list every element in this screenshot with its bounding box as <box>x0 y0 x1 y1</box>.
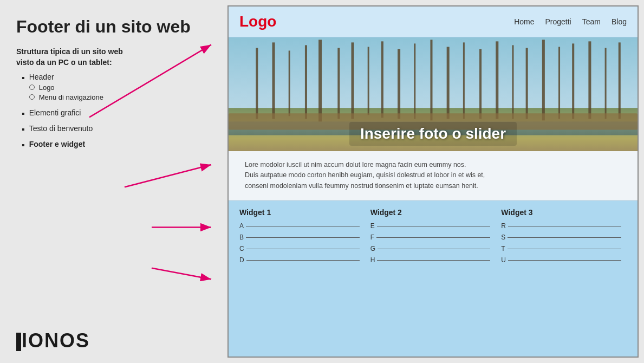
list-item-footer: ▪ Footer e widget <box>22 140 211 150</box>
list-item-grafici: ▪ Elementi grafici <box>22 108 211 119</box>
sub-item-label: Logo <box>39 83 55 92</box>
nav-progetti[interactable]: Progetti <box>545 17 571 26</box>
widget-1-item-b: B <box>239 234 360 241</box>
svg-rect-24 <box>512 45 513 119</box>
widget-2-item-g: G <box>370 245 491 252</box>
widget-1-title: Widget 1 <box>239 208 360 217</box>
right-panel: Logo Home Progetti Team Blog <box>227 5 639 358</box>
sub-list-header: Logo Menu di navigazione <box>29 83 103 101</box>
sub-item-logo: Logo <box>29 83 103 92</box>
svg-line-2 <box>125 165 211 187</box>
bullet-grafici: ▪ <box>22 108 25 119</box>
structure-list: ▪ Header Logo Menu di navigazione <box>22 73 211 151</box>
hero-text: Inserire foto o slider <box>349 122 517 146</box>
ionos-text: IONOS <box>22 329 90 352</box>
bullet-footer: ▪ <box>22 140 25 150</box>
svg-rect-27 <box>558 47 560 119</box>
svg-rect-12 <box>318 40 322 121</box>
svg-rect-18 <box>414 43 415 119</box>
svg-rect-15 <box>368 47 369 115</box>
site-hero: Inserire foto o slider <box>229 37 638 151</box>
widget-3-item-s: S <box>501 234 621 241</box>
circle-icon <box>29 85 35 90</box>
item-label-header: Header <box>29 73 54 81</box>
svg-rect-8 <box>256 48 258 119</box>
sub-item-label-2: Menu di navigazione <box>39 93 103 101</box>
svg-rect-25 <box>526 48 528 119</box>
svg-rect-11 <box>305 45 307 119</box>
sub-item-menu: Menu di navigazione <box>29 93 103 101</box>
svg-rect-31 <box>619 42 621 119</box>
site-footer: Widget 1 A B C D Widget 2 E <box>229 200 638 356</box>
site-logo: Logo <box>239 13 276 30</box>
svg-line-4 <box>152 268 211 280</box>
svg-rect-10 <box>289 50 290 116</box>
circle-icon-2 <box>29 94 35 100</box>
ionos-bar <box>16 333 21 351</box>
item-label-footer: Footer e widget <box>29 140 85 148</box>
svg-rect-16 <box>381 41 383 118</box>
svg-rect-14 <box>352 42 354 119</box>
bullet-testo: ▪ <box>22 124 25 134</box>
site-header: Logo Home Progetti Team Blog <box>229 7 638 37</box>
site-nav: Home Progetti Team Blog <box>514 17 627 26</box>
svg-rect-20 <box>447 47 450 119</box>
svg-rect-30 <box>605 48 607 119</box>
widget-col-3: Widget 3 R S T U <box>496 208 627 351</box>
svg-rect-13 <box>337 48 340 119</box>
svg-rect-19 <box>430 40 432 120</box>
list-item-testo: ▪ Testo di benvenuto <box>22 124 211 134</box>
widget-1-item-c: C <box>239 245 360 252</box>
widget-3-title: Widget 3 <box>501 208 621 217</box>
welcome-text: Lore modolor iuscil ut nim accum dolut l… <box>245 160 621 191</box>
svg-rect-23 <box>496 41 498 119</box>
page-title: Footer di un sito web <box>16 16 211 37</box>
site-welcome: Lore modolor iuscil ut nim accum dolut l… <box>229 151 638 200</box>
widget-1-item-d: D <box>239 256 360 264</box>
ionos-logo: IONOS <box>16 329 211 352</box>
svg-rect-17 <box>398 49 400 119</box>
svg-rect-21 <box>463 42 465 119</box>
widget-3-item-r: R <box>501 222 621 230</box>
nav-team[interactable]: Team <box>582 17 601 26</box>
widget-3-item-u: U <box>501 256 621 264</box>
nav-home[interactable]: Home <box>514 17 534 26</box>
svg-rect-26 <box>542 40 545 120</box>
subtitle: Struttura tipica di un sito webvisto da … <box>16 47 211 68</box>
widget-col-1: Widget 1 A B C D <box>239 208 365 351</box>
bullet-header: ▪ <box>22 73 25 83</box>
widget-2-item-e: E <box>370 222 491 230</box>
left-panel: Footer di un sito web Struttura tipica d… <box>0 0 227 363</box>
widget-col-2: Widget 2 E F G H <box>365 208 496 351</box>
widget-2-item-h: H <box>370 256 491 264</box>
svg-rect-28 <box>572 43 574 119</box>
nav-blog[interactable]: Blog <box>612 17 627 26</box>
widget-2-item-f: F <box>370 234 491 241</box>
widget-3-item-t: T <box>501 245 621 252</box>
hero-overlay: Inserire foto o slider <box>229 122 638 146</box>
widget-1-item-a: A <box>239 222 360 230</box>
svg-rect-22 <box>479 49 482 119</box>
svg-rect-9 <box>272 42 275 119</box>
item-label-grafici: Elementi grafici <box>29 108 81 117</box>
list-item-header: ▪ Header Logo Menu di navigazione <box>22 73 211 103</box>
widget-2-title: Widget 2 <box>370 208 491 217</box>
svg-rect-29 <box>588 41 591 119</box>
item-label-testo: Testo di benvenuto <box>29 124 93 133</box>
